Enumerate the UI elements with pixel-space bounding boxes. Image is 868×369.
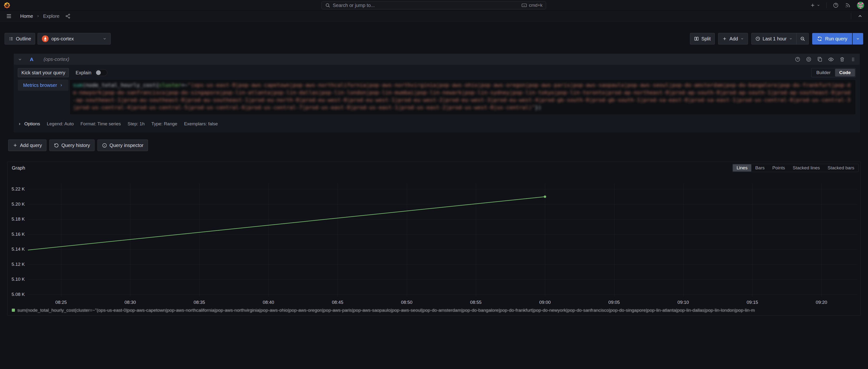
expr-function: sum: [73, 82, 83, 88]
tab-points[interactable]: Points: [768, 164, 789, 172]
add-label: Add: [730, 36, 738, 41]
chevron-down-icon: [789, 37, 793, 40]
share-icon[interactable]: [65, 13, 70, 19]
breadcrumb-bar-actions: [851, 13, 863, 19]
add-query-label: Add query: [20, 143, 42, 148]
tab-stacked-lines[interactable]: Stacked lines: [789, 164, 824, 172]
copy-icon[interactable]: [817, 57, 823, 62]
time-range-group: Last 1 hour: [751, 33, 809, 44]
zoom-out-button[interactable]: [797, 33, 809, 44]
query-options-row: Options Legend: Auto Format: Time series…: [18, 119, 856, 129]
metrics-browser-label: Metrics browser: [23, 83, 57, 88]
x-tick-label: 08:55: [470, 300, 482, 305]
breadcrumb: Home Explore: [20, 13, 70, 19]
query-help-icon[interactable]: [795, 57, 800, 62]
x-tick-label: 09:05: [609, 300, 620, 305]
add-button[interactable]: Add: [718, 33, 748, 44]
x-tick-label: 09:00: [539, 300, 551, 305]
outline-button[interactable]: Outline: [5, 33, 35, 44]
query-editor-body: Kick start your query Explain Builder Co…: [14, 65, 860, 132]
run-query-button[interactable]: Run query: [812, 33, 852, 44]
chevron-down-icon[interactable]: [18, 57, 22, 62]
x-tick-label: 08:40: [263, 300, 274, 305]
options-label: Options: [24, 121, 40, 126]
search-input[interactable]: [333, 3, 519, 8]
trash-icon[interactable]: [839, 57, 845, 62]
sync-icon: [817, 36, 822, 41]
eye-icon[interactable]: [828, 57, 834, 62]
new-button[interactable]: [810, 3, 820, 8]
add-query-button[interactable]: Add query: [8, 140, 46, 151]
split-button[interactable]: Split: [690, 33, 715, 44]
legend-series[interactable]: sum(node_total_hourly_cost{cluster=~"(op…: [12, 308, 857, 313]
query-history-label: Query history: [61, 143, 90, 148]
user-avatar[interactable]: [857, 2, 864, 9]
kick-start-button[interactable]: Kick start your query: [18, 68, 69, 77]
plus-icon: [13, 143, 18, 148]
datasource-name: ops-cortex: [51, 36, 73, 41]
query-mode-toggle: Builder Code: [811, 68, 856, 77]
plus-icon: [722, 36, 727, 41]
y-tick-label: 5.10 K: [7, 277, 25, 282]
query-inspector-button[interactable]: Query inspector: [97, 140, 148, 151]
option-type: Type: Range: [151, 121, 177, 126]
expr-open: (node_total_hourly_cost{: [83, 82, 159, 88]
drag-handle-icon[interactable]: [850, 57, 856, 62]
x-tick-label: 09:20: [816, 300, 827, 305]
metrics-browser-button[interactable]: Metrics browser: [18, 80, 68, 91]
explain-toggle[interactable]: [95, 69, 107, 76]
chevron-right-icon: [59, 84, 63, 87]
tab-bars[interactable]: Bars: [751, 164, 768, 172]
y-tick-label: 5.18 K: [7, 216, 25, 222]
run-query-group: Run query: [812, 33, 863, 44]
y-tick-label: 5.16 K: [7, 232, 25, 237]
explore-footer-actions: Add query Query history Query inspector: [8, 140, 148, 151]
mode-code[interactable]: Code: [835, 69, 855, 76]
help-icon[interactable]: [833, 2, 839, 8]
clock-icon: [755, 36, 760, 41]
plot-area[interactable]: [28, 184, 858, 297]
promql-code-editor[interactable]: sum(node_total_hourly_cost{cluster=~"(op…: [70, 80, 856, 115]
split-icon: [694, 36, 699, 41]
option-step: Step: 1h: [127, 121, 145, 126]
grafana-logo-icon[interactable]: [3, 2, 10, 9]
chevron-down-icon: [817, 4, 820, 7]
option-legend: Legend: Auto: [47, 121, 73, 126]
kick-start-label: Kick start your query: [22, 70, 65, 75]
breadcrumb-explore[interactable]: Explore: [43, 13, 59, 19]
breadcrumb-home[interactable]: Home: [20, 13, 33, 19]
y-tick-label: 5.08 K: [7, 292, 25, 297]
chevron-down-icon: [741, 37, 744, 40]
tab-stacked-bars[interactable]: Stacked bars: [824, 164, 858, 172]
search-icon: [325, 3, 330, 8]
shortcut-label: cmd+k: [529, 3, 543, 8]
explore-toolbar-right: Split Add Last 1 hour: [690, 33, 863, 44]
series-line: [28, 197, 545, 250]
outline-icon: [9, 36, 13, 41]
y-tick-label: 5.14 K: [7, 247, 25, 252]
run-query-dropdown[interactable]: [852, 33, 863, 44]
record-circle-icon[interactable]: [806, 57, 811, 62]
mode-builder[interactable]: Builder: [812, 69, 835, 76]
collapse-chevron-up-icon[interactable]: [858, 13, 863, 19]
menu-icon[interactable]: [6, 13, 12, 19]
datasource-picker[interactable]: ops-cortex: [37, 33, 111, 44]
history-icon: [54, 143, 59, 148]
news-icon[interactable]: [845, 2, 851, 8]
query-inspector-label: Query inspector: [110, 143, 144, 148]
toggle-knob: [96, 70, 101, 75]
expr-close: }): [535, 104, 541, 111]
time-range-button[interactable]: Last 1 hour: [751, 33, 797, 44]
topbar-actions: [810, 0, 864, 10]
legend-label: sum(node_total_hourly_cost{cluster=~"(op…: [17, 308, 755, 313]
prometheus-icon: [42, 35, 49, 42]
query-history-button[interactable]: Query history: [49, 140, 95, 151]
options-toggle[interactable]: Options: [18, 121, 40, 126]
x-tick-label: 09:10: [678, 300, 689, 305]
x-tick-label: 08:35: [194, 300, 205, 305]
x-axis: 08:2508:3008:3508:4008:4508:5008:5509:00…: [28, 300, 858, 306]
query-ref-id: A: [30, 57, 33, 62]
query-row-header: A (ops-cortex): [14, 54, 860, 65]
tab-lines[interactable]: Lines: [733, 164, 751, 172]
legend-swatch: [12, 309, 15, 312]
